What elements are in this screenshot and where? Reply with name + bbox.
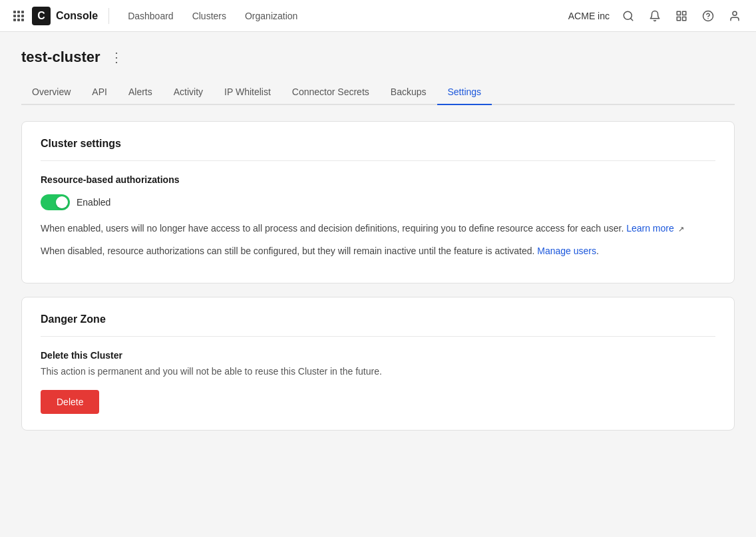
info-text-2: When disabled, resource authorizations c…: [41, 244, 715, 258]
tab-api[interactable]: API: [81, 80, 118, 105]
topnav: C Console Dashboard Clusters Organizatio…: [0, 0, 756, 32]
tab-connector-secrets[interactable]: Connector Secrets: [282, 80, 380, 105]
svg-point-8: [733, 11, 737, 15]
org-name: ACME inc: [568, 11, 610, 21]
danger-zone-card: Danger Zone Delete this Cluster This act…: [21, 297, 735, 431]
delete-cluster-description: This action is permanent and you will no…: [41, 366, 715, 377]
logo-text: Console: [56, 10, 98, 22]
toggle-row: Enabled: [41, 194, 715, 210]
nav-link-dashboard[interactable]: Dashboard: [120, 7, 182, 25]
more-options-button[interactable]: ⋮: [106, 48, 127, 67]
toggle-label: Enabled: [77, 197, 110, 208]
logo[interactable]: C Console: [32, 7, 98, 25]
resource-auth-title: Resource-based authorizations: [41, 174, 715, 185]
manage-users-link[interactable]: Manage users: [537, 246, 596, 256]
grid-menu-icon[interactable]: [11, 8, 27, 24]
resource-auth-toggle[interactable]: [41, 194, 70, 210]
external-link-icon: ↗: [678, 225, 684, 233]
svg-line-1: [630, 18, 632, 20]
tab-ip-whitelist[interactable]: IP Whitelist: [214, 80, 282, 105]
nav-links: Dashboard Clusters Organization: [120, 7, 305, 25]
help-button[interactable]: [697, 5, 719, 27]
learn-more-link[interactable]: Learn more: [626, 223, 674, 234]
tab-alerts[interactable]: Alerts: [118, 80, 163, 105]
svg-rect-5: [677, 17, 680, 20]
danger-zone-title: Danger Zone: [41, 313, 715, 325]
logo-box: C: [32, 7, 51, 25]
svg-rect-2: [677, 11, 680, 15]
cluster-name: test-cluster: [21, 49, 100, 66]
tab-overview[interactable]: Overview: [21, 80, 81, 105]
tab-settings[interactable]: Settings: [437, 80, 492, 105]
user-menu-button[interactable]: [724, 5, 745, 27]
svg-rect-4: [683, 17, 686, 20]
grid-view-button[interactable]: [671, 5, 692, 27]
nav-divider: [108, 8, 109, 24]
topnav-left: C Console Dashboard Clusters Organizatio…: [11, 7, 305, 25]
nav-link-clusters[interactable]: Clusters: [184, 7, 234, 25]
tab-backups[interactable]: Backups: [380, 80, 437, 105]
logo-letter: C: [37, 10, 45, 22]
tab-activity[interactable]: Activity: [163, 80, 214, 105]
search-button[interactable]: [618, 5, 639, 27]
notifications-button[interactable]: [644, 5, 665, 27]
cluster-settings-title: Cluster settings: [41, 138, 715, 150]
delete-button[interactable]: Delete: [41, 390, 99, 414]
page-content: test-cluster ⋮ Overview API Alerts Activ…: [0, 32, 756, 460]
tabs: Overview API Alerts Activity IP Whitelis…: [21, 80, 735, 105]
cluster-settings-card: Cluster settings Resource-based authoriz…: [21, 121, 735, 283]
cluster-header: test-cluster ⋮: [21, 48, 735, 67]
delete-cluster-title: Delete this Cluster: [41, 350, 715, 361]
toggle-knob: [56, 196, 68, 208]
danger-zone-divider: [41, 336, 715, 337]
info-text-1: When enabled, users will no longer have …: [41, 221, 715, 236]
svg-rect-3: [683, 11, 686, 15]
nav-link-organization[interactable]: Organization: [237, 7, 305, 25]
topnav-right: ACME inc: [568, 5, 745, 27]
card-divider: [41, 160, 715, 161]
